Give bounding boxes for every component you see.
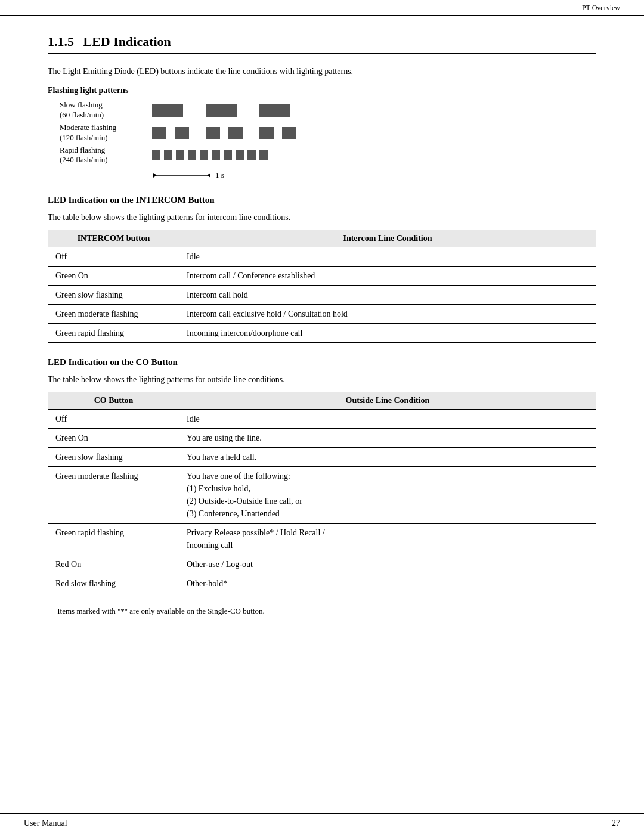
mod-seg-5 xyxy=(259,127,274,139)
slow-flash-label: Slow flashing (60 flash/min) xyxy=(60,100,152,120)
co-section-heading: LED Indication on the CO Button xyxy=(48,357,596,367)
co-table-row: Green moderate flashingYou have one of t… xyxy=(48,467,596,524)
co-button-cell: Green On xyxy=(48,429,179,448)
slow-seg-3 xyxy=(259,104,290,117)
co-table-desc: The table below shows the lighting patte… xyxy=(48,373,596,386)
rapid-seg-8 xyxy=(236,150,244,160)
intercom-button-cell: Off xyxy=(48,247,179,267)
moderate-flash-label: Moderate flashing (120 flash/min) xyxy=(60,123,152,143)
intercom-table-row: Green slow flashingIntercom call hold xyxy=(48,286,596,305)
co-table-row: Red slow flashingOther-hold* xyxy=(48,574,596,593)
mod-seg-4 xyxy=(228,127,243,139)
co-button-cell: Red On xyxy=(48,555,179,574)
page-footer: User Manual 27 xyxy=(0,813,644,833)
intercom-section-heading: LED Indication on the INTERCOM Button xyxy=(48,195,596,205)
moderate-flash-bars xyxy=(152,127,296,139)
co-table-row: Green rapid flashingPrivacy Release poss… xyxy=(48,524,596,555)
time-arrow-svg xyxy=(152,170,212,181)
footnote: — Items marked with "*" are only availab… xyxy=(48,605,596,617)
mod-seg-3 xyxy=(206,127,220,139)
main-content: 1.1.5 LED Indication The Light Emitting … xyxy=(0,16,644,659)
intercom-button-cell: Green slow flashing xyxy=(48,286,179,305)
footer-right: 27 xyxy=(612,819,620,828)
intercom-button-cell: Green moderate flashing xyxy=(48,305,179,324)
top-bar: PT Overview xyxy=(0,0,644,16)
intro-paragraph: The Light Emitting Diode (LED) buttons i… xyxy=(48,65,596,78)
co-condition-cell: Privacy Release possible* / Hold Recall … xyxy=(179,524,596,555)
co-condition-cell: You are using the line. xyxy=(179,429,596,448)
co-button-cell: Red slow flashing xyxy=(48,574,179,593)
rapid-seg-4 xyxy=(188,150,196,160)
rapid-seg-3 xyxy=(176,150,184,160)
co-col1-header: CO Button xyxy=(48,392,179,410)
rapid-seg-10 xyxy=(259,150,268,160)
co-condition-cell: Other-use / Log-out xyxy=(179,555,596,574)
rapid-flash-bars xyxy=(152,150,268,160)
mod-seg-2 xyxy=(175,127,189,139)
mod-seg-1 xyxy=(152,127,166,139)
co-condition-cell: Idle xyxy=(179,410,596,429)
header-title: PT Overview xyxy=(582,4,620,12)
co-table-row: Green OnYou are using the line. xyxy=(48,429,596,448)
time-label: 1 s xyxy=(215,171,224,180)
rapid-seg-9 xyxy=(247,150,256,160)
intercom-table-row: Green moderate flashingIntercom call exc… xyxy=(48,305,596,324)
rapid-seg-7 xyxy=(224,150,232,160)
co-table-row: Green slow flashingYou have a held call. xyxy=(48,448,596,467)
co-condition-cell: You have one of the following:(1) Exclus… xyxy=(179,467,596,524)
intercom-table-row: Green rapid flashingIncoming intercom/do… xyxy=(48,324,596,343)
intercom-condition-cell: Idle xyxy=(179,247,596,267)
intercom-button-cell: Green rapid flashing xyxy=(48,324,179,343)
co-button-cell: Green rapid flashing xyxy=(48,524,179,555)
page-container: PT Overview 1.1.5 LED Indication The Lig… xyxy=(0,0,644,833)
footer-left: User Manual xyxy=(24,819,67,828)
co-table-row: Red OnOther-use / Log-out xyxy=(48,555,596,574)
moderate-flash-row: Moderate flashing (120 flash/min) xyxy=(60,123,596,143)
rapid-flash-label: Rapid flashing (240 flash/min) xyxy=(60,145,152,166)
co-condition-cell: Other-hold* xyxy=(179,574,596,593)
intercom-col1-header: INTERCOM button xyxy=(48,230,179,247)
intercom-col2-header: Intercom Line Condition xyxy=(179,230,596,247)
rapid-seg-6 xyxy=(212,150,220,160)
mod-seg-6 xyxy=(282,127,296,139)
intercom-table-row: OffIdle xyxy=(48,247,596,267)
section-number: 1.1.5 xyxy=(48,34,74,49)
slow-flash-bars xyxy=(152,104,290,117)
section-title: 1.1.5 LED Indication xyxy=(48,34,596,54)
slow-seg-1 xyxy=(152,104,183,117)
intercom-condition-cell: Incoming intercom/doorphone call xyxy=(179,324,596,343)
time-arrow-row: 1 s xyxy=(152,170,596,181)
co-button-cell: Off xyxy=(48,410,179,429)
svg-marker-2 xyxy=(207,173,210,178)
co-condition-cell: You have a held call. xyxy=(179,448,596,467)
rapid-seg-1 xyxy=(152,150,160,160)
intercom-table-desc: The table below shows the lighting patte… xyxy=(48,211,596,224)
rapid-flash-row: Rapid flashing (240 flash/min) xyxy=(60,145,596,166)
co-table: CO Button Outside Line Condition OffIdle… xyxy=(48,392,596,593)
intercom-table: INTERCOM button Intercom Line Condition … xyxy=(48,230,596,343)
intercom-condition-cell: Intercom call / Conference established xyxy=(179,267,596,286)
co-button-cell: Green moderate flashing xyxy=(48,467,179,524)
slow-flash-row: Slow flashing (60 flash/min) xyxy=(60,100,596,120)
svg-marker-1 xyxy=(153,173,157,178)
co-col2-header: Outside Line Condition xyxy=(179,392,596,410)
intercom-button-cell: Green On xyxy=(48,267,179,286)
co-button-cell: Green slow flashing xyxy=(48,448,179,467)
co-table-row: OffIdle xyxy=(48,410,596,429)
intercom-condition-cell: Intercom call hold xyxy=(179,286,596,305)
rapid-seg-2 xyxy=(164,150,172,160)
section-heading-text: LED Indication xyxy=(83,34,171,49)
intercom-condition-cell: Intercom call exclusive hold / Consultat… xyxy=(179,305,596,324)
slow-seg-2 xyxy=(206,104,237,117)
intercom-table-row: Green OnIntercom call / Conference estab… xyxy=(48,267,596,286)
flash-patterns-label: Flashing light patterns xyxy=(48,86,596,95)
rapid-seg-5 xyxy=(200,150,208,160)
flash-diagram: Slow flashing (60 flash/min) Moderate fl… xyxy=(60,100,596,181)
